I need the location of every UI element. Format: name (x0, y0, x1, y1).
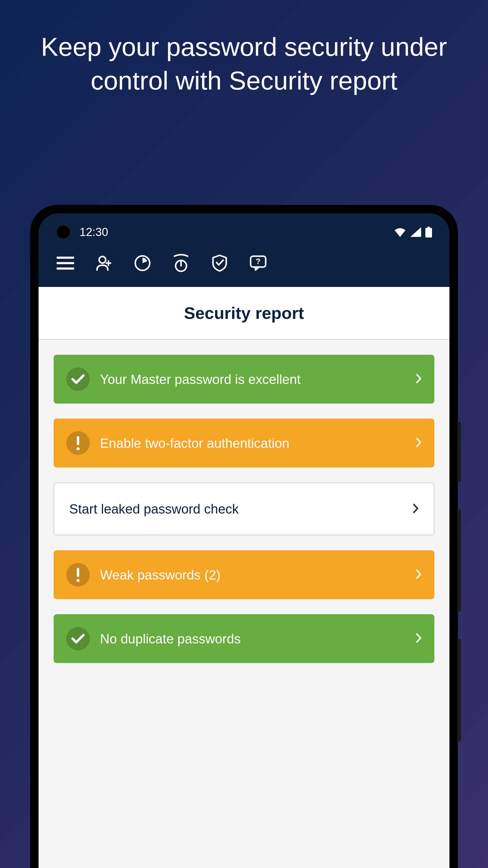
phone-side-button (457, 422, 461, 482)
battery-icon (425, 227, 432, 238)
card-no-duplicates[interactable]: No duplicate passwords (54, 614, 434, 663)
card-label: Your Master password is excellent (100, 371, 410, 388)
alert-icon (66, 431, 90, 455)
camera-hole (56, 225, 70, 239)
card-label: Enable two-factor authentication (100, 435, 410, 452)
page-title: Security report (38, 303, 450, 323)
svg-rect-7 (77, 436, 79, 445)
signal-icon (410, 227, 421, 237)
chevron-right-icon (413, 501, 419, 517)
card-master-password[interactable]: Your Master password is excellent (54, 355, 434, 404)
wifi-icon (394, 227, 406, 237)
page-title-bar: Security report (38, 287, 450, 340)
card-leaked-check[interactable]: Start leaked password check (54, 483, 434, 535)
svg-point-10 (76, 579, 79, 582)
phone-frame: 12:30 ? (30, 205, 458, 868)
svg-point-2 (99, 256, 106, 263)
shield-check-icon[interactable] (211, 254, 228, 272)
status-bar: 12:30 (38, 213, 450, 247)
svg-rect-1 (427, 227, 430, 228)
help-icon[interactable]: ? (250, 254, 267, 272)
phone-screen: 12:30 ? (38, 213, 450, 868)
clock-icon[interactable] (134, 254, 151, 272)
card-label: Weak passwords (2) (100, 567, 410, 583)
user-icon[interactable] (95, 254, 113, 272)
menu-icon[interactable] (57, 254, 74, 272)
chevron-right-icon (416, 631, 422, 646)
svg-text:?: ? (256, 257, 261, 266)
check-icon (66, 627, 90, 650)
phone-side-button (457, 639, 461, 741)
chevron-right-icon (416, 372, 422, 387)
phone-side-button (457, 509, 461, 612)
svg-rect-0 (425, 228, 432, 238)
power-icon[interactable] (172, 254, 190, 272)
svg-point-8 (76, 447, 79, 450)
card-label: Start leaked password check (69, 501, 407, 517)
status-time: 12:30 (79, 226, 108, 239)
content-area: Your Master password is excellent Enable… (38, 340, 450, 868)
card-label: No duplicate passwords (100, 630, 410, 647)
card-weak-passwords[interactable]: Weak passwords (2) (54, 550, 434, 599)
card-two-factor[interactable]: Enable two-factor authentication (54, 418, 434, 467)
chevron-right-icon (416, 567, 422, 582)
promo-heading: Keep your password security under contro… (0, 0, 488, 98)
check-icon (66, 367, 90, 391)
chevron-right-icon (416, 435, 422, 451)
app-toolbar: ? (38, 247, 450, 287)
alert-icon (66, 563, 90, 587)
svg-rect-9 (77, 568, 79, 577)
status-icons (394, 227, 432, 238)
